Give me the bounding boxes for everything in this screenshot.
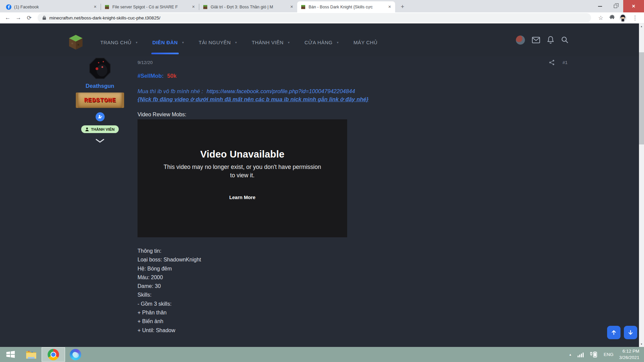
menu-dots-icon[interactable]: ⋮: [631, 13, 639, 22]
file-explorer-button[interactable]: [21, 347, 42, 362]
rank-banner: REDSTONE: [76, 93, 124, 108]
minecraft-icon: [203, 4, 208, 10]
inbox-envelope-icon[interactable]: [532, 37, 540, 43]
back-button[interactable]: ←: [3, 13, 12, 22]
info-line: - Gồm 3 skills:: [138, 300, 570, 308]
nav-item-trang-chu[interactable]: TRANG CHỦ ▾: [100, 40, 138, 45]
clock-date: 3/26/2021: [619, 355, 639, 361]
nav-item-may-chu[interactable]: MÁY CHỦ: [354, 40, 378, 45]
user-avatar[interactable]: [516, 36, 525, 45]
info-line: Loại boss: ShadownKnight: [138, 255, 570, 264]
learn-more-link[interactable]: Learn More: [229, 195, 255, 200]
network-signal-icon[interactable]: [578, 352, 584, 357]
role-badge-label: THÀNH VIÊN: [91, 127, 114, 131]
nav-item-thanh-vien[interactable]: THÀNH VIÊN ▾: [252, 40, 289, 45]
bookmark-star-icon[interactable]: ☆: [596, 13, 605, 22]
browser-toolbar: ← → ⟳ minecraftvn.net/boss-dark-knight-s…: [0, 12, 644, 23]
tab-file-server-spigot[interactable]: File server Spigot - Có ai SHARE F ✕: [101, 1, 199, 12]
taskbar-clock[interactable]: 6:12 PM 3/26/2021: [619, 348, 639, 360]
expand-chevron-icon[interactable]: [96, 139, 104, 143]
rank-banner-label: REDSTONE: [84, 97, 116, 104]
tab-title: Bán - Boss Dark Knight {Skills cực: [309, 5, 384, 9]
chevron-down-icon: ▾: [182, 41, 184, 44]
role-badge: THÀNH VIÊN: [81, 125, 118, 133]
forward-button[interactable]: →: [14, 13, 23, 22]
scroll-to-bottom-button[interactable]: [624, 326, 637, 339]
tab-title: Giải trí - Đợt 3: Boss Thần gió | M: [211, 5, 286, 9]
video-unavailable-message: This video may no longer exist, or you d…: [164, 163, 321, 180]
minecraft-icon: [301, 4, 306, 10]
boss-info-block: Thông tin: Loại boss: ShadownKnight Hệ: …: [138, 247, 570, 335]
nav-item-dien-dan[interactable]: DIỄN ĐÀN ▾: [152, 40, 184, 45]
windows-taskbar: ▲ ENG 6:12 PM 3/26/2021: [0, 347, 644, 362]
sell-price: 50k: [167, 73, 177, 79]
tab-facebook[interactable]: (1) Facebook ✕: [3, 1, 101, 12]
extensions-puzzle-icon[interactable]: [609, 15, 615, 21]
browser-scrollbar[interactable]: ▲ ▼: [639, 23, 644, 347]
chrome-taskbar-button[interactable]: [42, 347, 65, 362]
nav-item-tai-nguyen[interactable]: TÀI NGUYÊN ▾: [199, 40, 237, 45]
browser-swirl-taskbar-button[interactable]: [65, 347, 86, 362]
note-line[interactable]: {Nick fb đăng video ở dưới mình đã mất n…: [138, 96, 570, 103]
restore-icon: [614, 5, 617, 8]
nav-label: THÀNH VIÊN: [252, 40, 283, 45]
restore-button[interactable]: [608, 0, 623, 12]
sell-tag[interactable]: #SellMob:: [138, 73, 164, 79]
tab-close-icon[interactable]: ✕: [289, 4, 294, 10]
refresh-button[interactable]: ⟳: [25, 13, 34, 22]
search-icon[interactable]: [561, 36, 569, 44]
post-header-actions: #1: [549, 60, 570, 65]
site-logo-minecraft-block: [69, 35, 83, 50]
nav-label: TRANG CHỦ: [100, 40, 131, 45]
language-indicator[interactable]: ENG: [604, 352, 613, 357]
post-date[interactable]: 9/12/20: [138, 60, 153, 65]
nav-label: DIỄN ĐÀN: [152, 40, 178, 45]
tab-close-icon[interactable]: ✕: [191, 4, 196, 10]
system-tray: ▲ ENG 6:12 PM 3/26/2021: [569, 347, 644, 362]
minimize-button[interactable]: [592, 0, 608, 12]
clock-time: 6:12 PM: [619, 348, 639, 354]
site-navbar: TRANG CHỦ ▾ DIỄN ĐÀN ▾ TÀI NGUYÊN ▾ THÀN…: [0, 23, 639, 56]
tab-ban-boss-dark-knight-active[interactable]: Bán - Boss Dark Knight {Skills cực ✕: [297, 1, 395, 12]
scroll-to-top-button[interactable]: [607, 326, 621, 339]
profile-avatar[interactable]: [619, 14, 627, 21]
start-button[interactable]: [0, 347, 21, 362]
address-bar[interactable]: minecraftvn.net/boss-dark-knight-skills-…: [38, 13, 591, 22]
nav-label: TÀI NGUYÊN: [199, 40, 231, 45]
tab-title: File server Spigot - Có ai SHARE F: [112, 5, 188, 9]
info-line: Skills:: [138, 291, 570, 299]
minimize-icon: [598, 6, 602, 7]
author-avatar[interactable]: [89, 57, 111, 80]
tab-giai-tri-boss-than-gio[interactable]: Giải trí - Đợt 3: Boss Thần gió | M ✕: [199, 1, 297, 12]
post-body: 9/12/20 #1 #SellMob: 50k Mua thì ib vô f…: [138, 60, 570, 335]
arrow-down-icon: [628, 329, 634, 336]
tab-close-icon[interactable]: ✕: [92, 4, 98, 10]
sell-line: #SellMob: 50k: [138, 73, 570, 79]
facebook-profile-link[interactable]: https://www.facebook.com/profile.php?id=…: [207, 88, 355, 94]
info-line: Dame: 30: [138, 282, 570, 291]
toolbar-actions: ☆ ⋮: [595, 13, 641, 22]
close-button[interactable]: ✕: [623, 0, 644, 12]
new-tab-button[interactable]: +: [398, 2, 407, 11]
page-viewport: TRANG CHỦ ▾ DIỄN ĐÀN ▾ TÀI NGUYÊN ▾ THÀN…: [0, 23, 644, 347]
tab-close-icon[interactable]: ✕: [387, 4, 392, 10]
battery-charging-icon[interactable]: [589, 352, 598, 358]
chevron-down-icon: ▾: [337, 41, 338, 44]
post-number[interactable]: #1: [562, 60, 568, 65]
scrollbar-thumb[interactable]: [639, 52, 644, 144]
swirl-browser-icon: [70, 349, 81, 360]
info-line: Thông tin:: [138, 247, 570, 255]
scrollbar-up-arrow[interactable]: ▲: [639, 24, 644, 29]
author-username[interactable]: Deathsgun: [86, 83, 114, 89]
share-icon[interactable]: [549, 60, 554, 65]
video-unavailable-title: Video Unavailable: [200, 149, 284, 160]
video-section-label: Video Review Mobs:: [138, 112, 570, 118]
chevron-down-icon: ▾: [288, 41, 289, 44]
url-text: minecraftvn.net/boss-dark-knight-skills-…: [49, 15, 160, 20]
chrome-icon: [48, 349, 59, 360]
tab-title: (1) Facebook: [14, 5, 90, 9]
scrollbar-down-arrow[interactable]: ▼: [639, 342, 644, 347]
tray-expand-icon[interactable]: ▲: [569, 353, 572, 356]
notifications-bell-icon[interactable]: [547, 36, 554, 44]
nav-item-cua-hang[interactable]: CỬA HÀNG ▾: [305, 40, 339, 45]
